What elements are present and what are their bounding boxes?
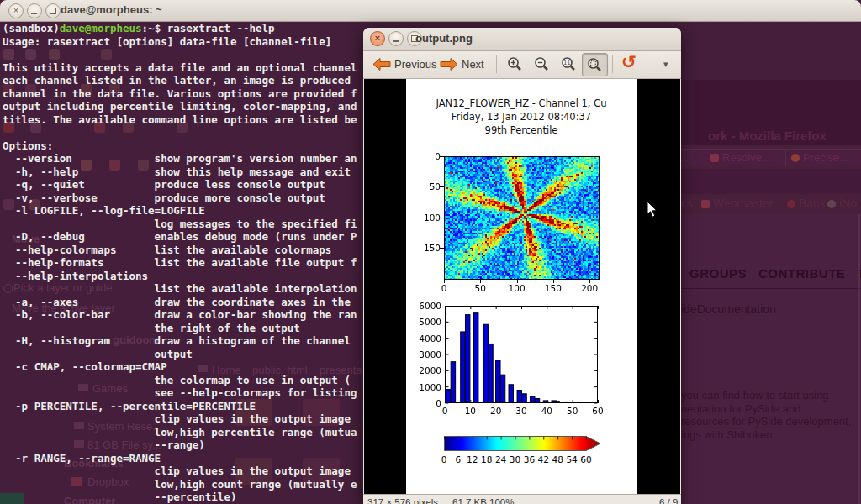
histogram-bar	[489, 344, 493, 402]
colorbar	[444, 436, 612, 453]
svg-text:11: 11	[563, 60, 570, 66]
histogram-plot	[445, 306, 599, 404]
prompt-user: dave@morpheus	[60, 22, 142, 34]
tick-label: 0	[412, 151, 441, 161]
heatmap-canvas	[445, 157, 599, 279]
viewer-toolbar: Previous Next 11 ↺ ▾	[363, 51, 681, 79]
histogram-bar	[500, 375, 504, 402]
histogram-bar	[465, 315, 469, 403]
tick-label: 60	[573, 454, 599, 465]
chevron-down-icon: ▾	[663, 59, 668, 70]
image-dimensions: 317 × 576 pixels	[367, 497, 438, 504]
viewer-canvas-area[interactable]: JAN12_FLOWER_HZ - Channel 1, Cu Friday, …	[364, 79, 680, 494]
tick-label: 2000	[413, 365, 441, 375]
tick-label: 150	[541, 283, 566, 293]
figure-title-line: 99th Percentile	[406, 124, 637, 136]
mouse-cursor	[647, 202, 658, 219]
tick-label: 20	[483, 406, 509, 416]
zoom-normal-button[interactable]: 11	[557, 53, 581, 75]
tick-label: 100	[504, 283, 530, 293]
tick-label: 30	[509, 406, 534, 416]
previous-button[interactable]: Previous	[368, 53, 441, 75]
tick-label: 1000	[413, 382, 441, 392]
heatmap-plot	[444, 156, 600, 280]
tick-label: 4000	[413, 333, 441, 344]
zoom-1-1-icon: 11	[561, 56, 577, 72]
histogram-bar	[563, 402, 568, 402]
histogram-bar	[531, 396, 535, 403]
zoom-in-icon	[507, 56, 523, 72]
launcher-corner	[0, 493, 24, 504]
tick-label: 6000	[413, 301, 441, 311]
image-position: 6 / 9	[659, 497, 678, 504]
arrow-right-icon	[440, 58, 458, 71]
maximize-button[interactable]	[45, 3, 61, 18]
tick-label: 0	[431, 283, 457, 293]
image-viewer-window[interactable]: × output.png Previous Next 11 ↺ ▾	[363, 28, 681, 504]
histogram-bar	[535, 399, 539, 403]
terminal-titlebar[interactable]: × dave@morpheus: ~	[0, 0, 861, 22]
zoom-out-button[interactable]	[530, 53, 554, 75]
tick-label: 60	[585, 406, 610, 416]
minimize-button[interactable]	[27, 3, 42, 18]
tick-label: 3000	[413, 349, 441, 360]
best-fit-button[interactable]	[582, 53, 608, 76]
tick-label: 50	[467, 283, 493, 293]
window-title: output.png	[415, 32, 473, 45]
viewer-statusbar: 317 × 576 pixels 61.7 KB 100% 6 / 9	[363, 494, 681, 504]
best-fit-icon	[587, 57, 603, 73]
tick-label: 50	[412, 181, 441, 192]
histogram-bar	[509, 385, 513, 403]
tick-label: 40	[534, 406, 559, 416]
histogram-bar	[483, 324, 488, 402]
zoom-in-button[interactable]	[503, 53, 527, 75]
tick-label: 0	[413, 398, 441, 408]
figure-title-line: Friday, 13 Jan 2012 08:40:37	[406, 111, 637, 123]
rotate-left-icon: ↺	[621, 52, 637, 72]
rotate-left-button[interactable]: ↺	[617, 51, 641, 73]
next-button[interactable]: Next	[436, 53, 489, 75]
figure-title-line: JAN12_FLOWER_HZ - Channel 1, Cu	[406, 97, 637, 109]
close-button[interactable]: ×	[370, 31, 385, 46]
histogram-bar	[555, 402, 559, 403]
tick-label: 150	[412, 243, 441, 253]
zoom-level: 100%	[489, 497, 514, 504]
histogram-bar	[461, 332, 465, 403]
minimize-button[interactable]	[388, 31, 404, 46]
arrow-left-icon	[372, 58, 391, 71]
histogram-bar	[446, 390, 450, 403]
image-filesize: 61.7 KB	[452, 497, 487, 504]
zoom-out-icon	[534, 56, 550, 72]
tick-label: 10	[457, 406, 483, 416]
histogram-bar	[496, 360, 500, 403]
histogram-bar	[451, 362, 455, 403]
tick-label: 5000	[413, 317, 441, 327]
viewer-titlebar[interactable]: × output.png	[363, 28, 681, 51]
close-button[interactable]: ×	[8, 3, 24, 18]
tick-label: 100	[412, 213, 441, 223]
tick-label: 200	[577, 283, 602, 293]
toolbar-separator	[612, 55, 613, 73]
histogram-bar	[473, 313, 478, 403]
rendered-image: JAN12_FLOWER_HZ - Channel 1, Cu Friday, …	[406, 79, 637, 494]
tick-label: 50	[560, 406, 585, 416]
toolbar-separator	[496, 55, 497, 73]
histogram-bar	[517, 391, 521, 403]
toolbar-overflow-button[interactable]: ▾	[659, 53, 673, 75]
histogram-bar	[522, 394, 526, 403]
window-title: dave@morpheus: ~	[61, 3, 162, 16]
